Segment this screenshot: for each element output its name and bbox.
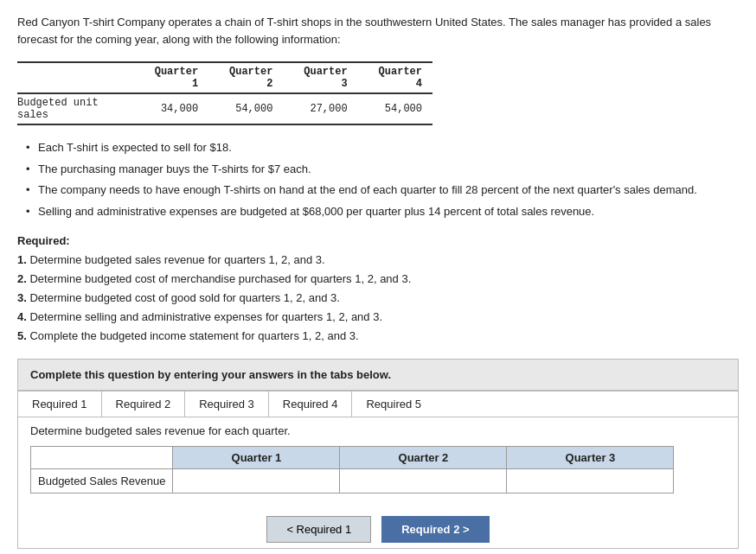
tabs-container: Required 1 Required 2 Required 3 Require… — [17, 391, 739, 549]
answer-col-q3: Quarter 3 — [507, 446, 674, 468]
tab-required-1[interactable]: Required 1 — [18, 392, 102, 417]
row-label: Budgeted unit sales — [17, 93, 134, 124]
req-1-num: 1. — [17, 253, 27, 266]
bullet-list: Each T-shirt is expected to sell for $18… — [26, 139, 739, 220]
answer-q1-input-cell[interactable] — [173, 468, 340, 493]
bullet-4: Selling and administrative expenses are … — [26, 203, 739, 220]
answer-col-q2: Quarter 2 — [340, 446, 507, 468]
req-1-text: Determine budgeted sales revenue for qua… — [29, 253, 324, 266]
req-3-text: Determine budgeted cost of good sold for… — [29, 291, 339, 304]
req-4-text: Determine selling and administrative exp… — [29, 310, 382, 323]
answer-q1-input[interactable] — [180, 474, 332, 487]
col-q4-header: Quarter 4 — [358, 62, 432, 93]
answer-row-label: Budgeted Sales Revenue — [31, 468, 173, 493]
intro-paragraph: Red Canyon T-shirt Company operates a ch… — [17, 14, 739, 48]
answer-col-label — [31, 446, 173, 468]
bullet-3: The company needs to have enough T-shirt… — [26, 181, 739, 199]
required-label: Required: — [17, 234, 70, 247]
complete-box: Complete this question by entering your … — [17, 359, 739, 391]
q4-value: 54,000 — [358, 93, 432, 124]
col-q2-header: Quarter 2 — [208, 62, 283, 93]
answer-table: Quarter 1 Quarter 2 Quarter 3 Budgeted S… — [30, 446, 674, 494]
answer-q3-input[interactable] — [514, 474, 666, 487]
req-5-num: 5. — [17, 329, 27, 342]
answer-q2-input-cell[interactable] — [340, 468, 507, 493]
tab-required-3[interactable]: Required 3 — [185, 392, 269, 417]
bullet-2: The purchasing manager buys the T-shirts… — [26, 161, 739, 178]
col-q1-header: Quarter 1 — [134, 62, 208, 93]
q3-value: 27,000 — [283, 93, 357, 124]
tabs-row: Required 1 Required 2 Required 3 Require… — [18, 391, 738, 417]
prev-button[interactable]: < Required 1 — [266, 516, 371, 543]
required-section: Required: 1. Determine budgeted sales re… — [17, 232, 739, 347]
tab-description: Determine budgeted sales revenue for eac… — [30, 424, 726, 437]
tab-required-5[interactable]: Required 5 — [352, 392, 435, 417]
nav-buttons: < Required 1 Required 2 > — [18, 516, 738, 548]
forecast-table-section: Quarter 1 Quarter 2 Quarter 3 Quarter 4 … — [17, 61, 739, 125]
answer-col-q1: Quarter 1 — [173, 446, 340, 468]
tab-content: Determine budgeted sales revenue for eac… — [18, 417, 738, 506]
tab-required-4[interactable]: Required 4 — [269, 392, 353, 417]
answer-q3-input-cell[interactable] — [507, 468, 674, 493]
answer-q2-input[interactable] — [347, 474, 499, 487]
col-q3-header: Quarter 3 — [283, 62, 357, 93]
req-3-num: 3. — [17, 291, 27, 304]
complete-box-text: Complete this question by entering your … — [30, 368, 391, 381]
bullet-1: Each T-shirt is expected to sell for $18… — [26, 139, 739, 156]
req-2-num: 2. — [17, 272, 27, 285]
col-label-header — [17, 62, 134, 93]
req-2-text: Determine budgeted cost of merchandise p… — [29, 272, 411, 285]
tab-required-2[interactable]: Required 2 — [102, 392, 186, 417]
q2-value: 54,000 — [208, 93, 283, 124]
req-4-num: 4. — [17, 310, 27, 323]
next-button[interactable]: Required 2 > — [381, 516, 489, 543]
q1-value: 34,000 — [134, 93, 208, 124]
forecast-table: Quarter 1 Quarter 2 Quarter 3 Quarter 4 … — [17, 61, 432, 125]
req-5-text: Complete the budgeted income statement f… — [29, 329, 358, 342]
